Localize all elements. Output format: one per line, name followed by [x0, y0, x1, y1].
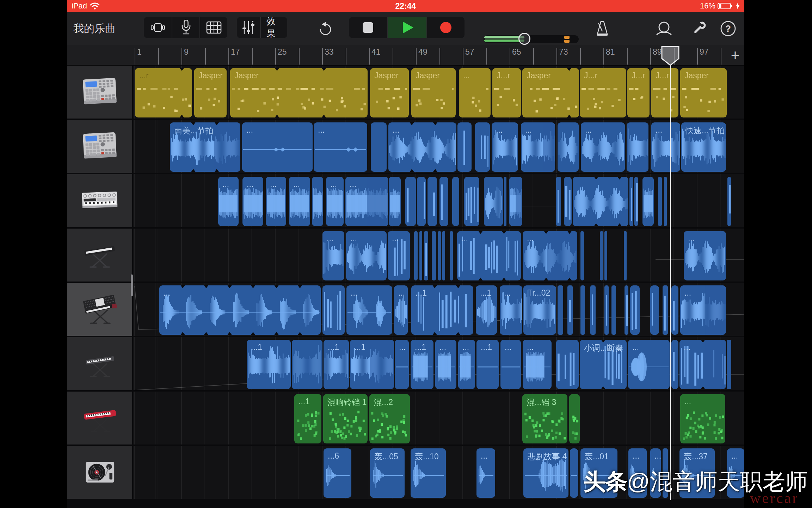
- region[interactable]: ...: [345, 177, 388, 226]
- region[interactable]: [580, 285, 585, 335]
- region[interactable]: [439, 177, 448, 226]
- track-header[interactable]: [67, 229, 132, 282]
- tracks-view-button[interactable]: [144, 17, 172, 38]
- region[interactable]: J...r: [627, 68, 650, 117]
- region[interactable]: [634, 177, 638, 226]
- metronome-button[interactable]: [592, 12, 612, 45]
- region[interactable]: [414, 231, 418, 280]
- region[interactable]: [564, 177, 572, 226]
- region[interactable]: J...r: [651, 68, 678, 117]
- settings-button[interactable]: [689, 12, 709, 45]
- track-header[interactable]: [67, 392, 132, 445]
- track-header[interactable]: [67, 283, 132, 336]
- region[interactable]: ...: [680, 285, 726, 335]
- region[interactable]: J...r: [580, 68, 626, 117]
- playhead[interactable]: [661, 46, 679, 66]
- region[interactable]: ...: [521, 122, 555, 172]
- region[interactable]: ...: [651, 122, 680, 172]
- record-audio-button[interactable]: [172, 17, 199, 38]
- region[interactable]: ...: [346, 231, 387, 280]
- region[interactable]: ...: [458, 340, 475, 389]
- loop-browser-button[interactable]: [654, 12, 674, 45]
- region[interactable]: [663, 285, 668, 335]
- undo-button[interactable]: [314, 12, 333, 45]
- region[interactable]: [509, 177, 522, 226]
- region[interactable]: ...: [581, 122, 625, 172]
- region[interactable]: [569, 394, 580, 443]
- region[interactable]: Jasper: [194, 68, 227, 117]
- region[interactable]: [424, 231, 428, 280]
- track-header[interactable]: [67, 337, 132, 390]
- region[interactable]: [419, 231, 422, 280]
- region[interactable]: [650, 285, 659, 335]
- region[interactable]: [405, 177, 416, 226]
- region[interactable]: ...1: [411, 285, 473, 335]
- region[interactable]: 悲剧故事 4: [523, 448, 568, 498]
- region[interactable]: 混...铛 3: [522, 394, 567, 443]
- add-track-button[interactable]: +: [725, 45, 744, 66]
- region[interactable]: ...: [289, 177, 310, 226]
- region[interactable]: ...: [395, 340, 409, 389]
- region[interactable]: [371, 122, 387, 172]
- region[interactable]: ...: [388, 231, 410, 280]
- region[interactable]: ...: [492, 122, 518, 172]
- region[interactable]: ...r: [135, 68, 192, 117]
- region[interactable]: [567, 285, 573, 335]
- region[interactable]: ...: [500, 285, 522, 335]
- region[interactable]: [432, 231, 436, 280]
- region[interactable]: ...1: [350, 340, 394, 389]
- region[interactable]: [580, 231, 584, 280]
- track-lane[interactable]: ...1...1...1......1.........1......小调...…: [133, 337, 744, 390]
- region[interactable]: ...: [523, 231, 577, 280]
- region[interactable]: ...: [684, 231, 726, 280]
- region[interactable]: [604, 231, 607, 280]
- stop-button[interactable]: [349, 17, 387, 38]
- region[interactable]: [573, 177, 628, 226]
- region[interactable]: 混响铃铛 1: [323, 394, 368, 443]
- region[interactable]: [558, 285, 563, 335]
- region[interactable]: [475, 122, 490, 172]
- region[interactable]: [590, 285, 596, 335]
- region[interactable]: ...: [322, 231, 344, 280]
- region[interactable]: [600, 231, 603, 280]
- region[interactable]: ...1: [247, 340, 291, 389]
- help-button[interactable]: ?: [718, 12, 738, 45]
- region[interactable]: 南美...节拍: [170, 122, 240, 172]
- region[interactable]: ...: [242, 122, 313, 172]
- region[interactable]: [322, 285, 345, 335]
- region[interactable]: [504, 177, 506, 226]
- region[interactable]: [427, 177, 437, 226]
- region[interactable]: [558, 122, 579, 172]
- region[interactable]: ...: [459, 68, 491, 117]
- region[interactable]: ...: [159, 285, 321, 335]
- region[interactable]: ...: [523, 340, 552, 389]
- effects-button[interactable]: 效果: [260, 17, 287, 38]
- region[interactable]: [625, 285, 628, 335]
- play-button[interactable]: [387, 17, 426, 38]
- region[interactable]: [627, 122, 648, 172]
- mixer-button[interactable]: [237, 17, 260, 38]
- region[interactable]: J...r: [492, 68, 521, 117]
- region[interactable]: 轰...10: [411, 448, 446, 498]
- region[interactable]: [642, 177, 654, 226]
- region[interactable]: [671, 285, 678, 335]
- region[interactable]: ...1: [411, 340, 433, 389]
- region[interactable]: 快速...节拍: [681, 122, 726, 172]
- region[interactable]: Jasper: [680, 68, 727, 117]
- region[interactable]: [417, 177, 426, 226]
- region[interactable]: [438, 231, 441, 280]
- track-header[interactable]: [67, 66, 132, 119]
- region[interactable]: ...: [218, 177, 239, 226]
- region[interactable]: [624, 231, 627, 280]
- region[interactable]: [629, 177, 633, 226]
- region[interactable]: [556, 340, 579, 389]
- region[interactable]: [611, 285, 616, 335]
- region[interactable]: ...: [314, 122, 367, 172]
- region[interactable]: ...: [326, 177, 344, 226]
- track-lane[interactable]: ............1...1...Tr...02...: [133, 283, 744, 336]
- region[interactable]: [556, 177, 561, 226]
- region[interactable]: ...: [679, 340, 726, 389]
- region[interactable]: ...: [388, 122, 456, 172]
- master-volume-slider[interactable]: [484, 35, 579, 43]
- region[interactable]: ...1: [476, 285, 497, 335]
